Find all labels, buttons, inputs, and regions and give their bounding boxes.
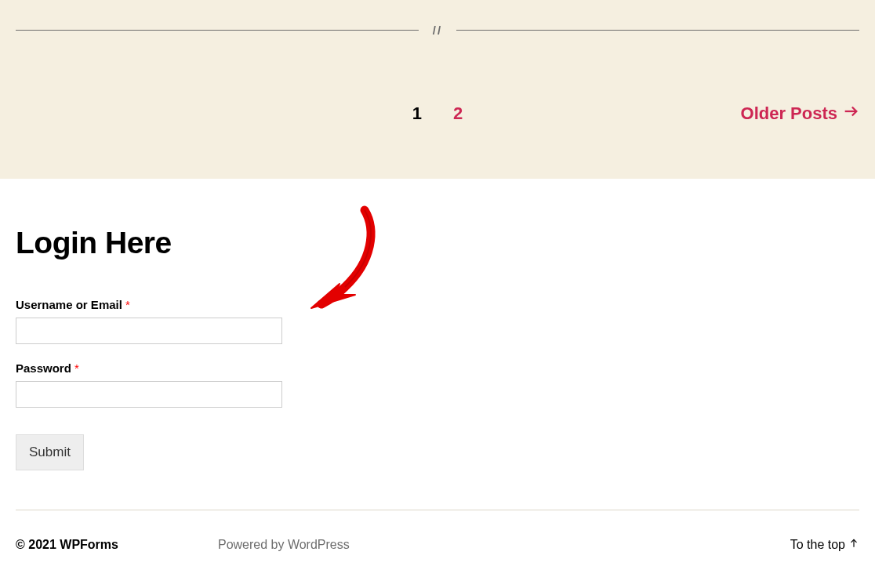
site-footer: © 2021 WPForms Powered by WordPress To t… — [0, 510, 875, 552]
powered-by-link[interactable]: Powered by WordPress — [218, 538, 350, 552]
required-mark: * — [74, 361, 79, 375]
login-widget-area: Login Here Username or Email * Password … — [0, 179, 875, 510]
password-field-group: Password * — [16, 361, 859, 408]
divider-line-right — [456, 30, 859, 31]
arrow-right-icon — [842, 103, 859, 125]
older-posts-label: Older Posts — [741, 103, 837, 124]
pagination-section: // 1 2 Older Posts — [0, 0, 875, 179]
username-field-group: Username or Email * — [16, 298, 859, 344]
copyright-text: © 2021 WPForms — [16, 538, 118, 552]
page-link-2[interactable]: 2 — [453, 103, 463, 124]
login-heading: Login Here — [16, 226, 859, 260]
page-current: 1 — [412, 103, 422, 124]
pagination-row: 1 2 Older Posts — [16, 103, 859, 124]
arrow-up-icon — [848, 538, 859, 552]
username-label: Username or Email * — [16, 298, 859, 311]
password-input[interactable] — [16, 381, 282, 408]
to-top-link[interactable]: To the top — [790, 538, 859, 552]
to-top-label: To the top — [790, 538, 845, 552]
password-label: Password * — [16, 361, 859, 375]
divider-slashes: // — [433, 24, 442, 37]
older-posts-link[interactable]: Older Posts — [741, 103, 859, 125]
page-numbers: 1 2 — [412, 103, 463, 124]
submit-button[interactable]: Submit — [16, 434, 84, 470]
required-mark: * — [125, 298, 130, 311]
username-input[interactable] — [16, 318, 282, 344]
divider-line-left — [16, 30, 419, 31]
section-divider: // — [16, 0, 859, 37]
